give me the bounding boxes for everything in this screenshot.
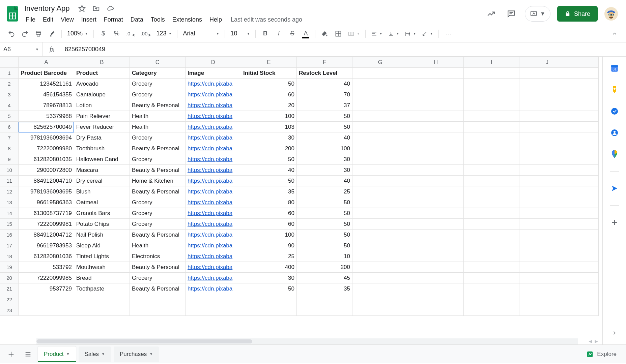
cell[interactable]: 50 — [297, 240, 352, 251]
cell[interactable] — [519, 154, 575, 165]
cell[interactable]: 50 — [297, 111, 352, 122]
menu-data[interactable]: Data — [127, 15, 147, 25]
cell[interactable]: 60 — [241, 89, 297, 100]
cell[interactable]: Grocery — [130, 273, 186, 283]
cell[interactable] — [408, 122, 464, 132]
explore-button[interactable]: Explore — [581, 351, 622, 358]
cell[interactable]: Mouthwash — [74, 262, 130, 273]
row-header[interactable]: 18 — [0, 251, 19, 262]
cell[interactable]: Potato Chips — [74, 219, 130, 230]
appsheet-icon[interactable] — [610, 184, 619, 193]
cell[interactable] — [519, 165, 575, 176]
cell[interactable]: https://cdn.pixaba — [186, 262, 241, 273]
cell[interactable] — [352, 208, 408, 219]
cell[interactable]: Toothbrush — [74, 143, 130, 154]
keep-icon[interactable] — [610, 85, 619, 94]
cell[interactable]: Halloween Cand — [74, 154, 130, 165]
cell[interactable]: Tinted Lights — [74, 251, 130, 262]
tasks-icon[interactable] — [610, 107, 619, 116]
cell[interactable] — [408, 208, 464, 219]
cell[interactable]: https://cdn.pixaba — [186, 154, 241, 165]
cell[interactable] — [408, 240, 464, 251]
row-header[interactable]: 5 — [0, 111, 19, 122]
cell[interactable]: 50 — [297, 197, 352, 208]
cell[interactable] — [464, 240, 519, 251]
row-header[interactable]: 3 — [0, 89, 19, 100]
cell[interactable]: 53379988 — [19, 111, 74, 122]
name-box[interactable]: A6▼ — [0, 42, 42, 56]
cell[interactable]: Beauty & Personal — [130, 283, 186, 294]
undo-button[interactable] — [5, 28, 18, 40]
cell[interactable]: Cantaloupe — [74, 89, 130, 100]
cell[interactable] — [464, 219, 519, 230]
cell[interactable]: https://cdn.pixaba — [186, 132, 241, 143]
cell[interactable] — [519, 283, 575, 294]
cell[interactable] — [519, 186, 575, 197]
cell[interactable]: 72220099980 — [19, 143, 74, 154]
row-header[interactable]: 2 — [0, 79, 19, 89]
cell[interactable] — [519, 305, 575, 316]
cell[interactable] — [519, 100, 575, 111]
cell[interactable]: https://cdn.pixaba — [186, 111, 241, 122]
col-header-D[interactable]: D — [186, 57, 241, 68]
cell[interactable]: 90 — [241, 240, 297, 251]
cell[interactable] — [186, 305, 241, 316]
menu-insert[interactable]: Insert — [78, 15, 100, 25]
increase-decimal-button[interactable]: .00 — [139, 28, 153, 40]
cell[interactable] — [352, 143, 408, 154]
all-sheets-button[interactable] — [21, 347, 35, 361]
cell[interactable]: 200 — [241, 143, 297, 154]
cell[interactable]: Lotion — [74, 100, 130, 111]
cell[interactable]: 50 — [297, 208, 352, 219]
hide-sidepanel-icon[interactable] — [610, 328, 619, 338]
formula-input[interactable]: 825625700049 — [61, 46, 626, 53]
cell[interactable]: Initial Stock — [241, 68, 297, 79]
menu-view[interactable]: View — [57, 15, 77, 25]
col-header-F[interactable]: F — [297, 57, 352, 68]
cell[interactable] — [464, 165, 519, 176]
cell[interactable] — [519, 122, 575, 132]
row-header[interactable]: 10 — [0, 165, 19, 176]
cell[interactable]: Home & Kitchen — [130, 176, 186, 186]
cell[interactable] — [519, 230, 575, 240]
cell[interactable] — [74, 294, 130, 305]
cell[interactable]: 20 — [241, 100, 297, 111]
cell[interactable]: https://cdn.pixaba — [186, 122, 241, 132]
cell[interactable] — [408, 305, 464, 316]
cell[interactable] — [186, 294, 241, 305]
cell[interactable] — [352, 305, 408, 316]
cell[interactable] — [408, 89, 464, 100]
cell[interactable] — [352, 165, 408, 176]
cell[interactable] — [352, 122, 408, 132]
cell[interactable]: https://cdn.pixaba — [186, 208, 241, 219]
cloud-status-icon[interactable] — [106, 4, 114, 12]
cell[interactable]: Beauty & Personal — [130, 143, 186, 154]
row-header[interactable]: 1 — [0, 68, 19, 79]
activity-icon[interactable] — [484, 7, 498, 21]
cell[interactable]: 40 — [297, 79, 352, 89]
cell[interactable] — [464, 305, 519, 316]
cell[interactable]: Dry cereal — [74, 176, 130, 186]
cell[interactable] — [352, 197, 408, 208]
collapse-toolbar-button[interactable] — [608, 28, 621, 40]
cell[interactable]: 50 — [297, 122, 352, 132]
zoom-select[interactable]: 100%▼ — [65, 28, 90, 40]
row-header[interactable]: 13 — [0, 197, 19, 208]
cell[interactable] — [464, 273, 519, 283]
cell[interactable]: 40 — [297, 176, 352, 186]
row-header[interactable]: 8 — [0, 143, 19, 154]
cell[interactable] — [408, 197, 464, 208]
document-title[interactable]: Inventory App — [22, 3, 72, 13]
cell[interactable] — [352, 230, 408, 240]
cell[interactable] — [74, 305, 130, 316]
cell[interactable]: 70 — [297, 89, 352, 100]
cell[interactable]: 25 — [297, 186, 352, 197]
cell[interactable]: 40 — [241, 165, 297, 176]
cell[interactable] — [241, 305, 297, 316]
cell[interactable] — [519, 208, 575, 219]
cell[interactable] — [408, 165, 464, 176]
row-header[interactable]: 4 — [0, 100, 19, 111]
cell[interactable] — [464, 283, 519, 294]
cell[interactable]: 1234521161 — [19, 79, 74, 89]
halign-button[interactable]: ▼ — [369, 28, 385, 40]
